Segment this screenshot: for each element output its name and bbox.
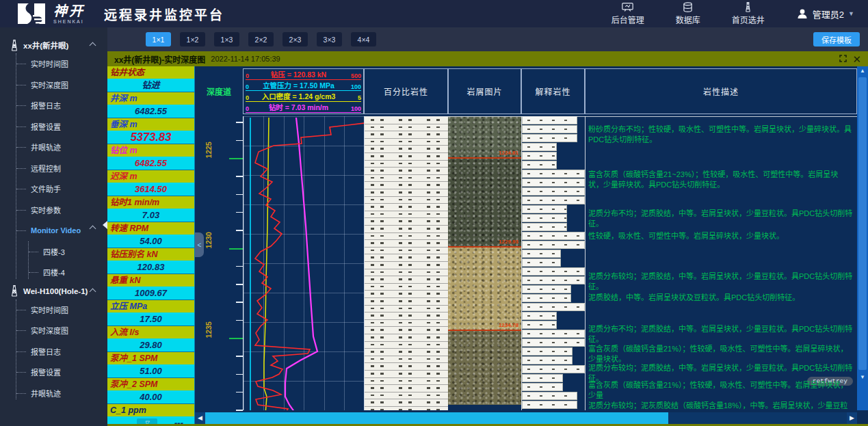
sidebar-well-1[interactable]: Wei-H100(Hole-1) bbox=[10, 283, 107, 299]
interp-lithology-cell bbox=[522, 383, 563, 391]
sidebar-well-0[interactable]: xx井(新井眼) bbox=[10, 37, 107, 53]
horizontal-scrollbar-track[interactable] bbox=[668, 412, 847, 424]
param-row: 泵冲_2 SPM40.00 bbox=[107, 378, 194, 404]
layout-toolbar: 1×11×21×32×22×33×34×4 保存模板 bbox=[107, 27, 868, 51]
horizontal-scrollbar[interactable]: ◀ ▶ bbox=[195, 412, 857, 424]
nav-item-admin[interactable]: 后台管理 bbox=[611, 2, 644, 25]
sidebar-item-报警日志[interactable]: 报警日志 bbox=[16, 341, 107, 362]
layout-button-1×1[interactable]: 1×1 bbox=[146, 32, 171, 46]
sidebar-item-实时深度图[interactable]: 实时深度图 bbox=[16, 320, 107, 341]
horizontal-scrollbar-thumb[interactable] bbox=[205, 412, 668, 424]
plot-top-border bbox=[364, 116, 857, 117]
nav-label: 数据库 bbox=[676, 14, 700, 25]
user-menu[interactable]: 管理员2 ▼ bbox=[796, 8, 854, 21]
interp-lithology-cell bbox=[522, 365, 585, 373]
sidebar-item-文件助手[interactable]: 文件助手 bbox=[16, 178, 107, 200]
param-row: 入流 l/s29.80 bbox=[107, 326, 194, 352]
param-row: 钻压别名 kN120.83 bbox=[107, 248, 194, 274]
column-header-lithology-description: 岩性描述 bbox=[585, 68, 857, 114]
interp-lithology-cell bbox=[522, 347, 573, 356]
lithology-description-text: 泥质分布较均；泥质胶结，中等。岩屑呈块状，少量豆粒状。具PDC钻头切削特征。 bbox=[588, 271, 853, 292]
lithology-description-text: 富含灰质（碳酸钙含量21%）；性较硬，吸水性、可塑性中等。岩屑呈碎块状，少量块状… bbox=[588, 344, 853, 364]
param-row: 钻时1 min/m7.03 bbox=[107, 196, 194, 222]
scale-max: 100 bbox=[345, 83, 361, 90]
layout-button-4×4[interactable]: 4×4 bbox=[351, 32, 376, 46]
fullscreen-icon[interactable] bbox=[839, 55, 847, 64]
param-row: 钻井状态钻进 bbox=[107, 66, 194, 92]
vertical-scrollbar-thumb[interactable] bbox=[858, 77, 867, 370]
nav-item-select-well[interactable]: 首页选井 bbox=[732, 2, 765, 25]
layout-button-3×3[interactable]: 3×3 bbox=[317, 32, 342, 46]
param-label: 立压 MPa bbox=[107, 300, 194, 312]
interpreted-lithology-track bbox=[521, 116, 585, 410]
param-value: 51.00 bbox=[107, 364, 194, 377]
minor-tick bbox=[236, 410, 243, 411]
shenkai-logo-icon bbox=[16, 3, 47, 25]
parameter-list: 钻井状态钻进井深 m6482.55垂深 m5373.83钻位 m6482.55迟… bbox=[107, 66, 195, 424]
param-value: 6482.55 bbox=[107, 157, 194, 170]
save-template-button[interactable]: 保存模板 bbox=[813, 32, 860, 46]
nav-label: 首页选井 bbox=[732, 14, 765, 25]
layout-button-1×3[interactable]: 1×3 bbox=[214, 32, 239, 46]
app-root: 神开 SHENKAI 远程录井监控平台 后台管理 数据库 首页选井 管理员2 ▼ bbox=[0, 0, 868, 426]
vertical-scrollbar[interactable]: ▲ ▼ bbox=[857, 66, 868, 410]
scale-max: 100 bbox=[345, 105, 361, 112]
database-icon bbox=[682, 2, 694, 12]
sidebar-item-实时时间图[interactable]: 实时时间图 bbox=[16, 53, 107, 75]
depth-tick-label: 1230 bbox=[205, 232, 213, 248]
scroll-right-arrow-icon[interactable]: ▶ bbox=[847, 412, 857, 424]
close-icon[interactable]: ✕ bbox=[852, 54, 861, 64]
interp-lithology-cell bbox=[522, 161, 557, 169]
param-label: C_1 ppm bbox=[107, 404, 194, 416]
formation-boundary-depth-label: 1234.78 bbox=[499, 322, 518, 328]
layout-buttons: 1×11×21×32×22×33×34×4 bbox=[146, 32, 376, 46]
sidebar-collapse-handle[interactable] bbox=[103, 221, 107, 229]
sidebar-item-实时参数[interactable]: 实时参数 bbox=[16, 200, 107, 221]
interp-lithology-cell bbox=[522, 196, 585, 204]
sidebar-item-monitor-video[interactable]: Monitor Video bbox=[16, 220, 107, 241]
sidebar-item-井眼轨迹[interactable]: 井眼轨迹 bbox=[16, 137, 107, 158]
layout-button-2×3[interactable]: 2×3 bbox=[282, 32, 308, 46]
collapse-caret-icon[interactable] bbox=[90, 288, 96, 295]
param-row: 钻位 m6482.55 bbox=[107, 144, 194, 170]
sidebar-item-四楼-4[interactable]: 四楼-4 bbox=[28, 262, 107, 283]
sidebar-item-实时深度图[interactable]: 实时深度图 bbox=[16, 75, 107, 96]
scroll-left-arrow-icon[interactable]: ◀ bbox=[195, 412, 205, 424]
curve-name-value: 钻压 = 120.83 kN bbox=[252, 69, 345, 79]
lithology-description-text: 粉砂质分布不均；性较硬，吸水性、可塑性中等。岩屑呈块状，少量碎块状。具PDC钻头… bbox=[588, 124, 853, 145]
sidebar-item-实时时间图[interactable]: 实时时间图 bbox=[16, 299, 107, 321]
param-value: 钻进 bbox=[107, 79, 194, 92]
layout-button-2×2[interactable]: 2×2 bbox=[248, 32, 274, 46]
formation-boundary-line bbox=[448, 157, 521, 159]
minor-tick bbox=[236, 194, 243, 196]
minor-tick bbox=[236, 302, 243, 303]
sidebar-item-四楼-3[interactable]: 四楼-3 bbox=[28, 241, 107, 263]
layout-button-1×2[interactable]: 1×2 bbox=[180, 32, 205, 46]
minor-tick bbox=[236, 176, 243, 177]
user-dropdown-caret-icon: ▼ bbox=[848, 10, 854, 17]
derrick-icon bbox=[10, 285, 19, 297]
depth-log-chart: 深度道 0钻压 = 120.83 kN5000立管压力 = 17.50 MPa1… bbox=[195, 66, 868, 424]
sidebar-item-报警设置[interactable]: 报警设置 bbox=[16, 116, 107, 137]
sidebar-item-井眼轨迹[interactable]: 井眼轨迹 bbox=[16, 383, 107, 404]
collapse-caret-icon[interactable] bbox=[90, 226, 96, 232]
nav-label: 后台管理 bbox=[611, 14, 644, 25]
param-label: 悬重 kN bbox=[107, 274, 194, 287]
lithology-description-text: 性较硬，吸水性、可塑性中等。岩屑呈碎块状，少量块状。 bbox=[588, 231, 853, 241]
nav-item-database[interactable]: 数据库 bbox=[676, 2, 700, 25]
params-collapse-tab[interactable]: < bbox=[195, 232, 204, 257]
scroll-down-arrow-icon[interactable]: ▼ bbox=[857, 373, 868, 382]
well-label: xx井(新井眼) bbox=[23, 40, 68, 51]
sidebar-item-报警日志[interactable]: 报警日志 bbox=[16, 95, 107, 116]
legend-row-钻时: 0钻时 = 7.03 min/m100 bbox=[246, 103, 361, 113]
sidebar-item-远程控制[interactable]: 远程控制 bbox=[16, 158, 107, 179]
param-dropdown-caret[interactable]: ▽ bbox=[137, 418, 157, 424]
collapse-caret-icon[interactable] bbox=[90, 42, 96, 49]
param-value: 29.80 bbox=[107, 338, 194, 351]
sidebar-item-报警设置[interactable]: 报警设置 bbox=[16, 362, 107, 383]
major-tick-line bbox=[229, 158, 243, 159]
interp-lithology-cell bbox=[522, 170, 585, 178]
param-value: 1009.67 bbox=[107, 287, 194, 299]
interp-lithology-cell bbox=[522, 285, 571, 293]
scroll-up-arrow-icon[interactable]: ▲ bbox=[857, 66, 868, 76]
